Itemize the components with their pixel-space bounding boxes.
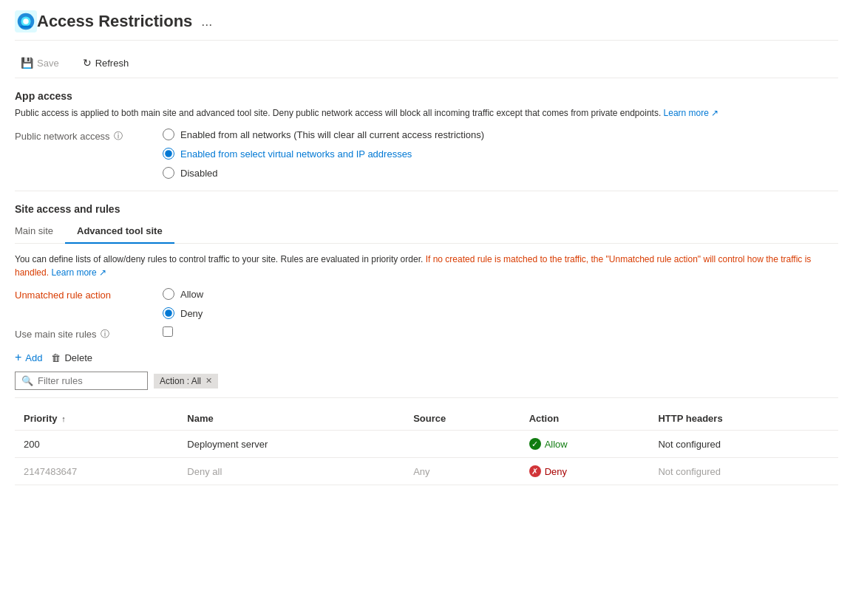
filter-rules-input[interactable] bbox=[38, 375, 141, 386]
public-network-radio-group: Enabled from all networks (This will cle… bbox=[163, 129, 484, 179]
filter-tag-action: Action : All ✕ bbox=[154, 374, 218, 389]
rules-table: Priority ↑ Name Source Action HTTP heade… bbox=[15, 407, 838, 485]
table-row[interactable]: 200 Deployment server ✓ Allow Not config… bbox=[15, 431, 838, 458]
cell-name-1: Deployment server bbox=[178, 431, 404, 458]
action-bar: + Add 🗑 Delete bbox=[15, 351, 838, 364]
save-icon: 💾 bbox=[21, 57, 33, 69]
col-action[interactable]: Action bbox=[520, 407, 650, 431]
filter-bar: 🔍 Action : All ✕ bbox=[15, 372, 838, 398]
save-button[interactable]: 💾 Save bbox=[15, 54, 65, 72]
app-access-title: App access bbox=[15, 90, 838, 102]
public-network-access-row: Public network access ⓘ Enabled from all… bbox=[15, 129, 838, 179]
svg-point-3 bbox=[23, 18, 29, 24]
radio-input-2[interactable] bbox=[163, 148, 174, 160]
refresh-button[interactable]: ↻ Refresh bbox=[77, 54, 135, 72]
cell-source-1 bbox=[404, 431, 520, 458]
col-name[interactable]: Name bbox=[178, 407, 404, 431]
unmatched-rule-radio-group: Allow Deny bbox=[163, 288, 203, 319]
cell-http-1: Not configured bbox=[649, 431, 838, 458]
use-main-site-checkbox[interactable] bbox=[163, 326, 173, 337]
cell-priority-1: 200 bbox=[15, 431, 178, 458]
site-access-title: Site access and rules bbox=[15, 203, 838, 215]
toolbar: 💾 Save ↻ Refresh bbox=[15, 48, 838, 78]
table-body: 200 Deployment server ✓ Allow Not config… bbox=[15, 431, 838, 485]
unmatched-deny-input[interactable] bbox=[163, 307, 174, 319]
delete-icon: 🗑 bbox=[51, 352, 61, 363]
app-icon bbox=[15, 10, 37, 32]
allow-badge: ✓ Allow bbox=[529, 438, 641, 450]
radio-input-3[interactable] bbox=[163, 167, 174, 179]
learn-more-link-2[interactable]: Learn more ↗ bbox=[51, 267, 106, 278]
divider-1 bbox=[15, 191, 838, 191]
cell-priority-2: 2147483647 bbox=[15, 458, 178, 485]
use-main-site-row: Use main site rules ⓘ bbox=[15, 326, 838, 340]
unmatched-rule-row: Unmatched rule action Allow Deny bbox=[15, 288, 838, 319]
unmatched-rule-label: Unmatched rule action bbox=[15, 290, 148, 301]
site-access-desc: You can define lists of allow/deny rules… bbox=[15, 253, 838, 279]
tab-main-site[interactable]: Main site bbox=[15, 219, 65, 244]
cell-action-1: ✓ Allow bbox=[520, 431, 650, 458]
cell-http-2: Not configured bbox=[649, 458, 838, 485]
header-menu-icon[interactable]: ... bbox=[201, 14, 212, 30]
svg-rect-4 bbox=[21, 26, 32, 28]
site-access-section: Site access and rules Main site Advanced… bbox=[15, 203, 838, 485]
search-icon: 🔍 bbox=[21, 375, 33, 386]
app-access-section: App access Public access is applied to b… bbox=[15, 90, 838, 179]
sort-arrow-priority: ↑ bbox=[61, 414, 66, 423]
learn-more-link-1[interactable]: Learn more ↗ bbox=[664, 108, 719, 118]
public-network-label: Public network access ⓘ bbox=[15, 130, 148, 143]
delete-button[interactable]: 🗑 Delete bbox=[51, 352, 92, 363]
filter-tag-close[interactable]: ✕ bbox=[205, 376, 212, 386]
col-source[interactable]: Source bbox=[404, 407, 520, 431]
col-http-headers[interactable]: HTTP headers bbox=[649, 407, 838, 431]
tab-advanced-tool-site[interactable]: Advanced tool site bbox=[65, 219, 174, 244]
add-icon: + bbox=[15, 351, 21, 364]
site-tabs: Main site Advanced tool site bbox=[15, 219, 838, 244]
radio-input-1[interactable] bbox=[163, 129, 174, 140]
page-title: Access Restrictions bbox=[37, 12, 192, 31]
col-priority[interactable]: Priority ↑ bbox=[15, 407, 178, 431]
use-main-site-checkbox-wrap bbox=[163, 326, 173, 337]
filter-input-wrap[interactable]: 🔍 bbox=[15, 372, 148, 390]
deny-badge: ✗ Deny bbox=[529, 465, 641, 477]
deny-dot-icon: ✗ bbox=[529, 465, 541, 477]
info-icon-public: ⓘ bbox=[114, 130, 123, 143]
cell-action-2: ✗ Deny bbox=[520, 458, 650, 485]
radio-option-1[interactable]: Enabled from all networks (This will cle… bbox=[163, 129, 484, 140]
radio-option-3[interactable]: Disabled bbox=[163, 167, 484, 179]
table-header: Priority ↑ Name Source Action HTTP heade… bbox=[15, 407, 838, 431]
add-button[interactable]: + Add bbox=[15, 351, 42, 364]
unmatched-deny-option[interactable]: Deny bbox=[163, 307, 203, 319]
app-access-desc: Public access is applied to both main si… bbox=[15, 106, 838, 120]
radio-option-2[interactable]: Enabled from select virtual networks and… bbox=[163, 148, 484, 160]
use-main-site-label: Use main site rules ⓘ bbox=[15, 328, 148, 340]
page-header: Access Restrictions ... bbox=[15, 0, 838, 41]
allow-dot-icon: ✓ bbox=[529, 438, 541, 450]
unmatched-allow-option[interactable]: Allow bbox=[163, 288, 203, 300]
cell-name-2: Deny all bbox=[178, 458, 404, 485]
cell-source-2: Any bbox=[404, 458, 520, 485]
info-icon-main-site: ⓘ bbox=[101, 328, 109, 340]
refresh-icon: ↻ bbox=[83, 57, 92, 69]
unmatched-allow-input[interactable] bbox=[163, 288, 174, 300]
table-row[interactable]: 2147483647 Deny all Any ✗ Deny Not confi… bbox=[15, 458, 838, 485]
